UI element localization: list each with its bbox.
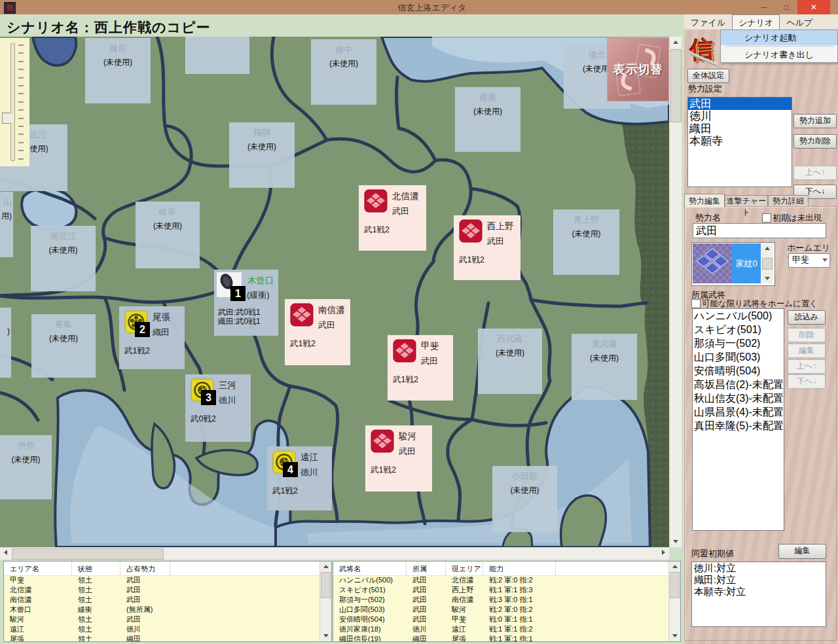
scroll-up-icon[interactable] <box>669 562 680 571</box>
province-box-unused[interactable]: 伊勢(未使用) <box>0 435 52 499</box>
power-list-item[interactable]: 徳川 <box>688 110 792 122</box>
province-box-unused[interactable]: 越前(未使用) <box>85 38 151 103</box>
province-box-owned[interactable]: 甲斐武田武1戦2 <box>388 335 453 401</box>
province-box-owned[interactable]: 4遠江徳川武1戦2 <box>267 446 332 510</box>
table-row[interactable]: スキピオ(501)武田西上野戦:1 軍:1 指:3 <box>333 585 669 595</box>
tab-2[interactable]: 勢力詳細 <box>768 195 809 207</box>
scroll-down-icon[interactable] <box>761 274 773 283</box>
power-button-1[interactable]: 勢力削除 <box>793 134 837 149</box>
province-box-unused[interactable]: 越後(未使用) <box>455 87 520 152</box>
power-button-0[interactable]: 勢力追加 <box>793 114 837 128</box>
scroll-thumb[interactable] <box>670 49 682 122</box>
scroll-thumb[interactable] <box>762 258 773 270</box>
takeda-crest-icon <box>459 219 483 243</box>
power-list-item[interactable]: 武田 <box>688 98 792 110</box>
power-name-input[interactable]: 武田 <box>693 223 826 238</box>
scroll-left-icon[interactable] <box>0 548 11 559</box>
scroll-up-icon[interactable] <box>761 243 773 253</box>
alliance-list-item[interactable]: 本願寺:対立 <box>692 586 826 598</box>
table-row[interactable]: 那須与一(502)武田南信濃戦:3 軍:0 指:1 <box>333 595 669 605</box>
table-row[interactable]: ハンニバル(500)武田北信濃戦:2 軍:0 指:2 <box>333 575 669 585</box>
initially-hidden-checkbox[interactable] <box>762 213 771 223</box>
table-row[interactable]: 徳川家康(18)徳川遠江戦:1 軍:1 指:2 <box>333 624 669 634</box>
alliance-edit-button[interactable]: 編集 <box>778 544 826 559</box>
power-list-item[interactable]: 織田 <box>688 122 792 135</box>
warrior-list-item[interactable]: 山口多聞(503) <box>693 350 784 364</box>
map-vertical-scrollbar[interactable] <box>669 37 682 547</box>
warrior-list-item[interactable]: 安倍晴明(504) <box>693 364 784 378</box>
table-row[interactable]: 尾張領土織田 <box>4 634 320 641</box>
warrior-list-item[interactable]: 真田幸隆(5)-未配置 <box>693 419 784 433</box>
alliance-list-item[interactable]: 徳川:対立 <box>692 562 826 574</box>
province-box-unused[interactable]: 岐阜(未使用) <box>136 202 200 268</box>
province-box-unused[interactable] <box>185 37 249 74</box>
warrior-list-item[interactable]: 秋山信友(3)-未配置 <box>693 391 784 405</box>
table-row[interactable]: 駿河領土武田 <box>4 615 320 624</box>
province-box-unused[interactable]: 山用) <box>0 192 13 257</box>
crest-picker[interactable]: 家紋0 <box>691 242 775 286</box>
table-row[interactable]: 南信濃領土武田 <box>4 595 320 605</box>
scroll-up-icon[interactable] <box>670 37 681 48</box>
warrior-list-item[interactable]: スキピオ(501) <box>693 323 784 336</box>
province-box-unused[interactable]: 西武蔵(未使用) <box>478 329 542 394</box>
warrior-list-item[interactable]: 那須与一(502) <box>693 336 784 350</box>
warrior-list-item[interactable]: ハンニバル(500) <box>693 309 784 323</box>
province-box-unused[interactable]: 南近江(未使用) <box>31 226 96 291</box>
province-box-owned[interactable]: 3三河徳川武0戦2 <box>185 374 251 442</box>
display-toggle-button[interactable]: 表示切替 <box>607 38 669 101</box>
table-row[interactable]: 織田信長(19)織田尾張戦:1 軍:1 指:1 <box>333 634 669 641</box>
province-box-unused[interactable]: 東上野(未使用) <box>553 209 619 275</box>
map-horizontal-scrollbar[interactable] <box>0 547 669 560</box>
minimize-button[interactable]: ─ <box>753 0 775 14</box>
province-box-buffer[interactable]: 1木曾口(緩衝)武田:武0戦1織田:武0戦1 <box>214 270 278 336</box>
maximize-button[interactable]: □ <box>775 0 797 14</box>
alliance-listbox[interactable]: 徳川:対立織田:対立本願寺:対立 <box>691 562 826 627</box>
crest-scrollbar[interactable] <box>761 243 773 283</box>
home-area-select[interactable]: 甲斐 <box>788 253 830 268</box>
keep-warriors-home-checkbox[interactable] <box>691 299 701 308</box>
scroll-thumb[interactable] <box>670 572 680 598</box>
table-row[interactable]: 安倍晴明(504)武田甲斐戦:0 軍:1 指:1 <box>333 615 669 624</box>
general-table-scrollbar[interactable] <box>668 562 680 641</box>
province-box-unused[interactable]: 小田原(未使用) <box>492 466 557 532</box>
province-box-unused[interactable]: 越中(未使用) <box>311 39 376 105</box>
table-row[interactable]: 北信濃領土武田 <box>4 585 320 595</box>
global-settings-button[interactable]: 全体設定 <box>687 69 729 83</box>
tab-0[interactable]: 勢力編集 <box>684 194 725 207</box>
scroll-thumb[interactable] <box>321 572 331 598</box>
power-list-item[interactable]: 本願寺 <box>688 135 792 147</box>
map-canvas[interactable]: 越前(未使用)越中(未使用)越後(未使用)飛騨(未使用)揚北(未使用)北近江(未… <box>0 37 669 547</box>
province-box-owned[interactable]: 南信濃武田武1戦2 <box>285 299 350 365</box>
table-row[interactable]: 甲斐領土武田 <box>4 575 320 585</box>
scroll-down-icon[interactable] <box>669 632 680 641</box>
province-box-owned[interactable]: 北信濃武田武1戦2 <box>359 185 426 251</box>
map-zoom-slider[interactable] <box>0 38 29 166</box>
warrior-list-item[interactable]: 高坂昌信(2)-未配置 <box>693 378 784 391</box>
menu-option-1[interactable]: シナリオ書き出し <box>721 47 837 62</box>
scroll-right-icon[interactable] <box>658 548 669 559</box>
warrior-list-item[interactable]: 山県昌景(4)-未配置 <box>693 405 784 419</box>
scroll-down-icon[interactable] <box>670 536 681 547</box>
province-box-owned[interactable]: 2尾張織田武1戦2 <box>119 306 185 369</box>
scroll-up-icon[interactable] <box>320 562 331 571</box>
table-row[interactable]: 遠江領土徳川 <box>4 624 320 634</box>
scroll-down-icon[interactable] <box>320 632 331 641</box>
province-box-unused[interactable]: 飛騨(未使用) <box>229 122 295 188</box>
table-row[interactable]: 木曾口緩衝(無所属) <box>4 605 320 615</box>
province-box-unused[interactable]: 東武蔵(未使用) <box>572 334 637 400</box>
alliance-list-item[interactable]: 織田:対立 <box>692 574 826 586</box>
warrior-listbox[interactable]: ハンニバル(500)スキピオ(501)那須与一(502)山口多聞(503)安倍晴… <box>692 308 784 531</box>
province-box-unused[interactable]: 長島(未使用) <box>31 314 96 378</box>
takeda-crest-image[interactable] <box>693 243 732 283</box>
power-listbox[interactable]: 武田徳川織田本願寺 <box>687 97 792 187</box>
warrior-button-0[interactable]: 読込み <box>788 310 826 325</box>
close-button[interactable]: ✕ <box>797 0 830 14</box>
tab-1[interactable]: 進撃チャート <box>725 195 768 207</box>
province-box-owned[interactable]: 駿河武田武1戦2 <box>365 425 432 492</box>
province-box-owned[interactable]: 西上野武田武1戦2 <box>454 215 520 280</box>
table-row[interactable]: 山口多聞(503)武田駿河戦:2 軍:0 指:2 <box>333 605 669 615</box>
province-box-unused[interactable]: ) <box>0 308 11 378</box>
scroll-thumb[interactable] <box>12 548 164 560</box>
area-table-scrollbar[interactable] <box>319 562 331 641</box>
menu-option-0[interactable]: シナリオ起動 <box>721 30 837 45</box>
